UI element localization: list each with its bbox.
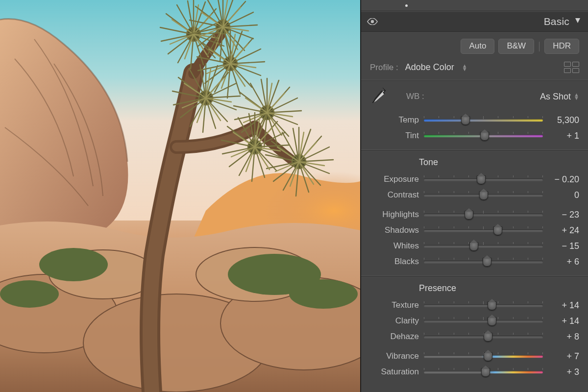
app-root: Basic Auto B&W HDR Profile : Adobe Color…: [0, 0, 588, 392]
saturation-value[interactable]: + 3: [548, 367, 579, 377]
highlights-row: Highlights − 23: [370, 207, 579, 222]
tint-row: Tint + 1: [370, 128, 579, 144]
temp-slider[interactable]: [424, 115, 543, 125]
tone-section: Tone Exposure − 0.20 Contrast 0 Highligh…: [361, 150, 588, 275]
texture-row: Texture + 14: [370, 297, 579, 313]
texture-slider[interactable]: [424, 300, 543, 310]
contrast-row: Contrast 0: [370, 187, 579, 203]
blacks-label: Blacks: [370, 257, 419, 267]
contrast-label: Contrast: [370, 190, 419, 200]
texture-label: Texture: [370, 300, 419, 310]
panel-title: Basic: [544, 16, 569, 27]
vibrance-slider[interactable]: [424, 351, 543, 361]
contrast-value[interactable]: 0: [548, 190, 579, 200]
updown-arrows-icon[interactable]: ▲▼: [462, 64, 467, 71]
vibrance-row: Vibrance + 7: [370, 348, 579, 364]
temp-row: Temp 5,300: [370, 112, 579, 128]
contrast-slider[interactable]: [424, 190, 543, 200]
whites-row: Whites − 15: [370, 238, 579, 254]
dehaze-label: Dehaze: [370, 332, 419, 342]
presence-section: Presence Texture + 14 Clarity + 14 Dehaz…: [361, 276, 588, 386]
blacks-slider[interactable]: [424, 257, 543, 267]
highlights-value[interactable]: − 23: [548, 210, 579, 220]
tint-slider[interactable]: [424, 131, 543, 141]
svg-point-10: [0, 280, 59, 308]
svg-point-35: [371, 20, 374, 23]
wb-label: WB :: [406, 92, 424, 101]
wb-dropdown[interactable]: As Shot: [540, 92, 571, 102]
develop-panel: Basic Auto B&W HDR Profile : Adobe Color…: [360, 0, 588, 392]
panel-body: Auto B&W HDR Profile : Adobe Color ▲▼ WB…: [361, 32, 588, 392]
profile-label: Profile :: [370, 63, 398, 73]
auto-button[interactable]: Auto: [461, 39, 494, 54]
svg-point-7: [39, 248, 108, 281]
presence-heading: Presence: [419, 283, 579, 294]
visibility-eye-icon[interactable]: [367, 16, 378, 27]
tint-value[interactable]: + 1: [548, 131, 579, 141]
shadows-slider[interactable]: [424, 225, 543, 235]
profile-dropdown[interactable]: Adobe Color: [405, 62, 454, 73]
texture-value[interactable]: + 14: [548, 300, 579, 311]
saturation-label: Saturation: [370, 367, 419, 377]
exposure-value[interactable]: − 0.20: [548, 174, 579, 185]
tone-heading: Tone: [419, 157, 579, 168]
clarity-row: Clarity + 14: [370, 313, 579, 329]
exposure-slider[interactable]: [424, 174, 543, 184]
bw-button[interactable]: B&W: [498, 39, 534, 54]
vibrance-label: Vibrance: [370, 351, 419, 361]
whites-value[interactable]: − 15: [548, 241, 579, 251]
exposure-label: Exposure: [370, 174, 419, 184]
dehaze-row: Dehaze + 8: [370, 329, 579, 344]
highlights-label: Highlights: [370, 210, 419, 220]
clarity-label: Clarity: [370, 316, 419, 326]
collapse-triangle-icon[interactable]: [574, 17, 581, 26]
saturation-slider[interactable]: [424, 367, 543, 377]
shadows-value[interactable]: + 24: [548, 225, 579, 236]
hdr-button[interactable]: HDR: [544, 39, 579, 54]
shadows-label: Shadows: [370, 225, 419, 235]
temp-value[interactable]: 5,300: [548, 115, 579, 125]
whites-label: Whites: [370, 241, 419, 251]
wb-section: WB : As Shot ▲▼ Temp 5,300 Tint: [361, 81, 588, 149]
histogram-strip: [361, 0, 588, 11]
svg-point-9: [289, 279, 358, 309]
blacks-row: Blacks + 6: [370, 254, 579, 270]
highlights-slider[interactable]: [424, 210, 543, 220]
image-preview[interactable]: [0, 0, 360, 392]
clarity-value[interactable]: + 14: [548, 316, 579, 326]
exposure-row: Exposure − 0.20: [370, 172, 579, 187]
panel-header-basic[interactable]: Basic: [361, 11, 588, 32]
updown-arrows-icon[interactable]: ▲▼: [574, 93, 579, 100]
eyedropper-icon[interactable]: [370, 86, 387, 107]
saturation-row: Saturation + 3: [370, 364, 579, 380]
shadows-row: Shadows + 24: [370, 222, 579, 238]
segment-divider: [539, 42, 539, 51]
dehaze-value[interactable]: + 8: [548, 332, 579, 342]
blacks-value[interactable]: + 6: [548, 257, 579, 267]
whites-slider[interactable]: [424, 241, 543, 251]
vibrance-value[interactable]: + 7: [548, 351, 579, 362]
temp-label: Temp: [370, 115, 419, 125]
profile-browser-icon[interactable]: [564, 62, 579, 73]
tint-label: Tint: [370, 131, 419, 141]
clarity-slider[interactable]: [424, 316, 543, 326]
dehaze-slider[interactable]: [424, 332, 543, 342]
